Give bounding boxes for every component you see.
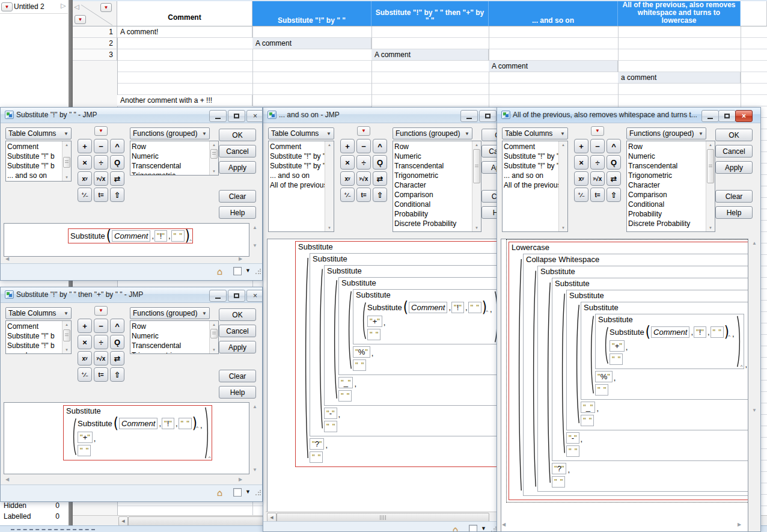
functions-dropdown[interactable]: Functions (grouped)▼: [130, 127, 210, 139]
apply-button[interactable]: Apply: [715, 161, 753, 174]
keypad-unary-sign-button[interactable]: ⁺∕₋: [574, 188, 588, 202]
string-literal[interactable]: "!": [162, 418, 174, 429]
minimize-button[interactable]: [460, 110, 478, 122]
list-scrollbar[interactable]: ▲▼: [325, 141, 334, 231]
scroll-down-icon[interactable]: ▼: [473, 224, 480, 231]
list-item[interactable]: Trigonometric: [132, 350, 209, 353]
table-menu-icon[interactable]: ▼: [1, 2, 13, 11]
scroll-down-icon[interactable]: ▼: [63, 346, 70, 353]
scroll-left-edge-icon[interactable]: ◁: [74, 4, 80, 11]
formula-menu-button[interactable]: ▼: [94, 126, 108, 136]
string-literal[interactable]: "%": [353, 346, 370, 358]
string-literal[interactable]: "+": [610, 340, 625, 352]
list-item[interactable]: Row: [628, 142, 706, 151]
formula-call-box[interactable]: SubstituteSubstitute(Comment,"!","")^,"+…: [595, 314, 744, 369]
list-item[interactable]: ... and so on: [504, 171, 558, 180]
formula-call-box[interactable]: SubstituteSubstituteSubstitute(Comment,"…: [581, 302, 748, 400]
formula-display-panel[interactable]: LowercaseCollapse WhitespaceSubstituteSu…: [501, 239, 748, 532]
cancel-button[interactable]: Cancel: [219, 145, 256, 157]
panel-scroll-right-icon[interactable]: ▶: [738, 522, 744, 528]
help-button[interactable]: Help: [219, 206, 256, 219]
keypad-minus-button[interactable]: −: [590, 139, 605, 153]
scroll-left-arrow[interactable]: ◀: [118, 516, 128, 526]
keypad-peel-expression-button[interactable]: ⇧: [373, 188, 387, 202]
table-columns-dropdown[interactable]: Table Columns▼: [5, 127, 72, 139]
list-item[interactable]: Numeric: [394, 151, 472, 161]
list-item[interactable]: ... and so on: [270, 171, 325, 180]
list-item[interactable]: Character: [628, 180, 706, 190]
columns-listbox[interactable]: CommentSubstitute "!" bSubstitute "!" b.…: [5, 141, 72, 182]
apply-button[interactable]: Apply: [219, 161, 256, 174]
scroll-down-icon[interactable]: ▼: [63, 174, 70, 181]
scroll-up-icon[interactable]: ▲: [63, 141, 70, 148]
row-number[interactable]: 3: [73, 49, 117, 61]
window-titlebar[interactable]: Substitute "!" by " " - JMP×: [1, 108, 262, 123]
formula-display-panel[interactable]: SubstituteSubstituteSubstituteSubstitute…: [267, 239, 498, 532]
minimize-button[interactable]: [209, 290, 227, 302]
list-item[interactable]: Trigonometric: [132, 171, 209, 175]
scroll-thumb[interactable]: [63, 157, 70, 168]
list-scrollbar[interactable]: ▲▼: [472, 141, 481, 231]
resize-caret[interactable]: ^: [486, 309, 488, 314]
resize-caret[interactable]: ^: [196, 425, 198, 430]
keypad-insert-button[interactable]: ^: [607, 139, 621, 153]
string-literal[interactable]: "": [566, 445, 579, 457]
column-header[interactable]: All of the previous, also removes whites…: [618, 1, 741, 26]
list-item[interactable]: Substitute "!" b: [7, 341, 62, 350]
table-cell[interactable]: A comment: [252, 38, 371, 49]
function-name[interactable]: Substitute: [597, 314, 735, 324]
keypad-delete-button[interactable]: Ǫ: [607, 155, 621, 170]
close-button[interactable]: ×: [735, 110, 753, 122]
list-item[interactable]: Conditional: [628, 200, 706, 209]
keypad-multiply-button[interactable]: ×: [78, 155, 92, 170]
clear-button[interactable]: Clear: [481, 190, 498, 203]
keypad-delete-button[interactable]: Ǫ: [110, 335, 124, 349]
table-columns-dropdown[interactable]: Table Columns▼: [502, 127, 568, 139]
function-name[interactable]: Substitute: [326, 266, 498, 275]
keypad-unary-sign-button[interactable]: ⁺∕₋: [78, 188, 92, 202]
function-name[interactable]: Substitute: [70, 231, 105, 240]
keypad-power-button[interactable]: xʸ: [574, 171, 588, 186]
formula-call-inline[interactable]: Substitute(Comment,"!","")^: [78, 417, 199, 430]
function-name[interactable]: Substitute: [582, 302, 748, 312]
minimize-button[interactable]: [209, 110, 227, 122]
table-cell[interactable]: A comment!: [117, 26, 252, 38]
table-cell[interactable]: a comment: [618, 72, 741, 84]
formula-call-inline[interactable]: Substitute(Comment,"!","")^: [68, 228, 193, 243]
apply-button[interactable]: Apply: [481, 161, 498, 174]
list-item[interactable]: Substitute "!" b: [7, 151, 62, 161]
panel-scroll-right-icon[interactable]: ▶: [239, 477, 245, 483]
maximize-button[interactable]: [228, 290, 245, 302]
keypad-insert-button[interactable]: ^: [373, 139, 387, 153]
keypad-peel-expression-button[interactable]: ⇧: [110, 188, 124, 202]
list-item[interactable]: Substitute "!" by ": [270, 161, 325, 171]
maximize-button[interactable]: [228, 110, 245, 122]
list-item[interactable]: Transcendental: [132, 341, 209, 350]
formula-call-box[interactable]: SubstituteSubstitute(Comment,"!","")^,"+…: [63, 405, 212, 460]
keypad-peel-expression-button[interactable]: ⇧: [607, 188, 621, 202]
list-item[interactable]: Transcendental: [132, 161, 209, 171]
keypad-multiply-button[interactable]: ×: [340, 155, 355, 170]
list-scrollbar[interactable]: ▲▼: [209, 141, 218, 175]
cancel-button[interactable]: Cancel: [219, 325, 256, 337]
string-literal[interactable]: "": [324, 421, 337, 432]
function-name[interactable]: Substitute: [78, 419, 112, 428]
formula-check-box[interactable]: [233, 488, 242, 497]
formula-menu-button[interactable]: ▼: [591, 126, 604, 136]
panel-expand-icon[interactable]: ▷: [61, 2, 67, 10]
list-item[interactable]: Comment: [7, 322, 62, 331]
window-titlebar[interactable]: ... and so on - JMP×: [263, 108, 498, 123]
list-item[interactable]: Numeric: [132, 331, 209, 341]
function-name[interactable]: Substitute: [340, 278, 498, 287]
resize-grip[interactable]: [255, 490, 261, 496]
column-header[interactable]: ... and so on: [489, 1, 618, 26]
keypad-divide-button[interactable]: ÷: [94, 335, 108, 349]
list-scrollbar[interactable]: ▲▼: [62, 321, 71, 353]
ok-button[interactable]: OK: [715, 129, 753, 141]
formula-call-box[interactable]: SubstituteSubstitute(Comment,"!","")^,"+…: [353, 289, 498, 344]
string-literal[interactable]: "": [610, 353, 623, 365]
keypad-multiply-button[interactable]: ×: [78, 335, 92, 349]
columns-menu-icon[interactable]: ▼: [100, 3, 112, 12]
scroll-up-icon[interactable]: ▲: [210, 141, 218, 148]
keypad-plus-button[interactable]: +: [78, 139, 92, 153]
